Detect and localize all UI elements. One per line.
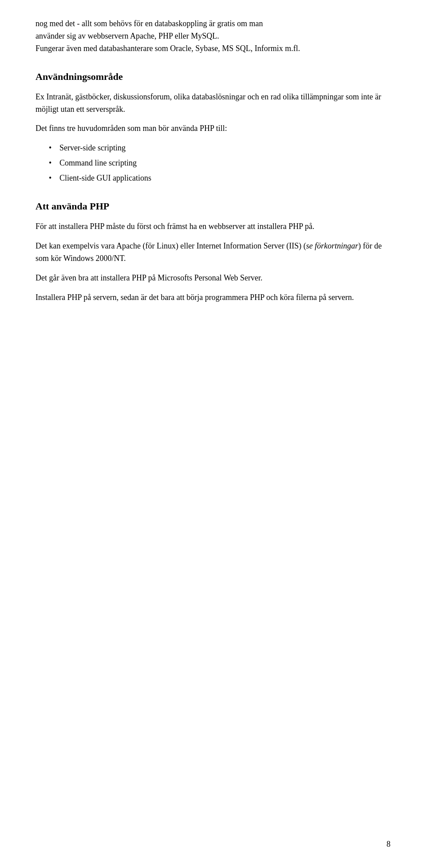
- section2-paragraph4: Installera PHP på servern, sedan är det …: [36, 292, 390, 304]
- page-container: nog med det - allt som behövs för en dat…: [0, 0, 426, 868]
- intro-line3: Fungerar även med databashanterare som O…: [36, 44, 300, 53]
- page-number: 8: [387, 838, 390, 850]
- section1-paragraph1: Ex Intranät, gästböcker, diskussionsforu…: [36, 91, 390, 116]
- list-item-2: Command line scripting: [49, 157, 390, 170]
- list-item-3: Client-side GUI applications: [49, 172, 390, 185]
- intro-line1: nog med det - allt som behövs för en dat…: [36, 19, 263, 28]
- list-item-1: Server-side scripting: [49, 142, 390, 154]
- section2-paragraph1: För att installera PHP måste du först oc…: [36, 221, 390, 233]
- intro-paragraph: nog med det - allt som behövs för en dat…: [36, 18, 390, 55]
- intro-line2: använder sig av webbservern Apache, PHP …: [36, 32, 219, 40]
- section2-heading: Att använda PHP: [36, 199, 390, 213]
- section2-paragraph2-part1: Det kan exempelvis vara Apache (för Linu…: [36, 241, 306, 250]
- section2-paragraph3: Det går även bra att installera PHP på M…: [36, 272, 390, 284]
- section1-paragraph2: Det finns tre huvudområden som man bör a…: [36, 122, 390, 135]
- section1-heading: Användningsområde: [36, 69, 390, 84]
- section2-paragraph2-italic: se förkortningar: [306, 241, 359, 250]
- section2-paragraph2: Det kan exempelvis vara Apache (för Linu…: [36, 240, 390, 265]
- bullet-list: Server-side scripting Command line scrip…: [49, 142, 390, 185]
